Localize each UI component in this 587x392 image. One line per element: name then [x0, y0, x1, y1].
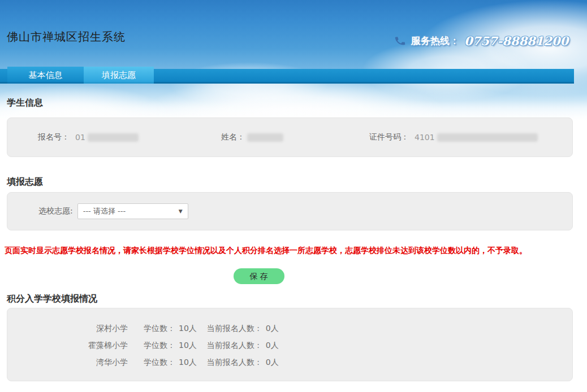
notice-text: 页面实时显示志愿学校报名情况，请家长根据学校学位情况以及个人积分排名选择一所志愿… — [0, 245, 574, 256]
current-count-value: 0人 — [266, 320, 279, 337]
main-content: 学生信息 报名号： 01 姓名： 证件号码： 4101 填报志愿 选校志愿: -… — [0, 0, 574, 381]
schools-heading: 积分入学学校填报情况 — [0, 293, 574, 304]
nav-tabs: 基本信息 填报志愿 — [7, 67, 154, 84]
hotline-number: 0757-88881200 — [464, 34, 568, 48]
school-detail: 学位数： 10人 当前报名人数： 0人 — [144, 354, 279, 371]
save-button-row: 保 存 — [0, 268, 517, 284]
current-count-value: 0人 — [266, 337, 279, 354]
redacted-registration-number — [88, 133, 139, 142]
save-button[interactable]: 保 存 — [234, 268, 284, 284]
quota-value: 10人 — [179, 320, 197, 337]
schools-panel: 深村小学 学位数： 10人 当前报名人数： 0人 霍藻棉小学 学位数： 10人 … — [7, 308, 573, 381]
site-title: 佛山市禅城区招生系统 — [7, 29, 126, 45]
registration-number-field: 报名号： 01 — [38, 132, 221, 142]
registration-number-value: 01 — [75, 133, 85, 142]
name-field: 姓名： — [221, 132, 369, 142]
tab-fill-preference[interactable]: 填报志愿 — [84, 67, 154, 84]
tab-basic-info[interactable]: 基本信息 — [7, 67, 84, 84]
id-number-value: 4101 — [415, 133, 435, 142]
school-row: 深村小学 学位数： 10人 当前报名人数： 0人 — [7, 320, 572, 337]
redacted-name — [247, 133, 283, 142]
chevron-down-icon: ▼ — [179, 208, 183, 214]
hotline-label: 服务热线： — [411, 34, 459, 47]
name-label: 姓名： — [221, 132, 245, 142]
current-count-label: 当前报名人数： — [207, 354, 262, 371]
current-count-label: 当前报名人数： — [207, 337, 262, 354]
school-detail: 学位数： 10人 当前报名人数： 0人 — [144, 337, 279, 354]
quota-label: 学位数： — [144, 354, 175, 371]
phone-icon — [394, 34, 407, 48]
quota-label: 学位数： — [144, 337, 175, 354]
school-select-label: 选校志愿: — [38, 206, 73, 216]
student-info-heading: 学生信息 — [0, 97, 574, 108]
school-select[interactable]: --- 请选择 --- ▼ — [77, 203, 188, 219]
current-count-label: 当前报名人数： — [207, 320, 262, 337]
apply-heading: 填报志愿 — [0, 176, 574, 188]
quota-value: 10人 — [179, 337, 197, 354]
id-number-label: 证件号码： — [369, 132, 409, 142]
service-hotline: 服务热线：0757-88881200 — [394, 34, 568, 48]
quota-value: 10人 — [179, 354, 197, 371]
id-number-field: 证件号码： 4101 — [369, 132, 538, 142]
current-count-value: 0人 — [266, 354, 279, 371]
school-row: 霍藻棉小学 学位数： 10人 当前报名人数： 0人 — [7, 337, 572, 354]
school-select-value: --- 请选择 --- — [83, 206, 126, 216]
registration-number-label: 报名号： — [38, 132, 70, 142]
main-navbar: 基本信息 填报志愿 — [0, 67, 574, 84]
school-name: 霍藻棉小学 — [7, 337, 128, 354]
redacted-id-number — [437, 133, 538, 142]
apply-panel: 选校志愿: --- 请选择 --- ▼ — [7, 192, 573, 230]
quota-label: 学位数： — [144, 320, 175, 337]
student-info-panel: 报名号： 01 姓名： 证件号码： 4101 — [7, 117, 573, 157]
school-row: 湾华小学 学位数： 10人 当前报名人数： 0人 — [7, 354, 572, 371]
school-name: 湾华小学 — [7, 354, 128, 371]
school-detail: 学位数： 10人 当前报名人数： 0人 — [144, 320, 279, 337]
school-name: 深村小学 — [7, 320, 128, 337]
